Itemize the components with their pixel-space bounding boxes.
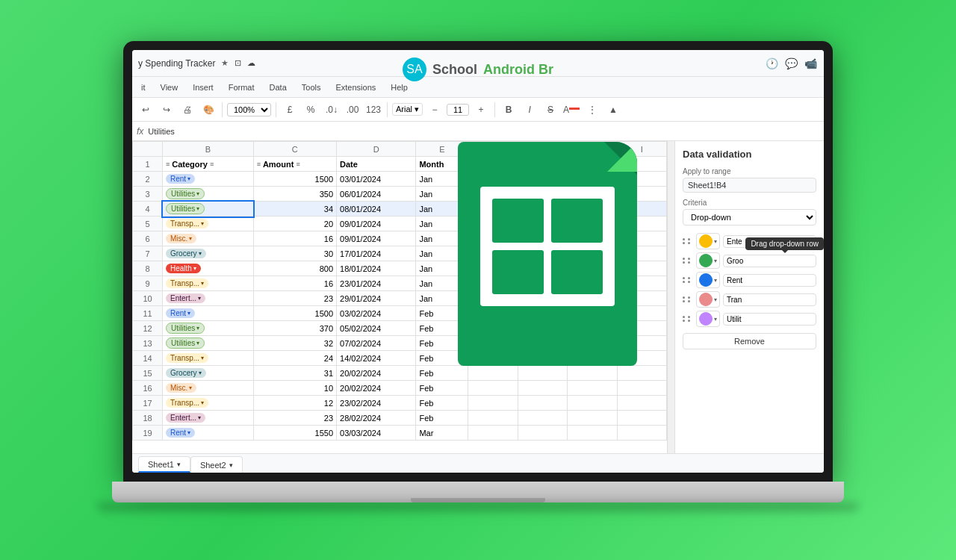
- cell-i-10[interactable]: [617, 291, 667, 306]
- cell-date-11[interactable]: 03/02/2024: [337, 306, 416, 321]
- table-row[interactable]: 14 Transp...▾ 24 14/02/2024 Feb: [133, 351, 667, 366]
- cell-month-5[interactable]: Jan: [416, 217, 468, 231]
- cell-amount-2[interactable]: 1500: [253, 172, 336, 187]
- cell-amount-15[interactable]: 31: [253, 366, 336, 381]
- cell-h-15[interactable]: [568, 366, 617, 381]
- criteria-select[interactable]: Drop-down: [683, 209, 816, 225]
- cell-g-2[interactable]: [518, 172, 567, 187]
- folder-icon[interactable]: ⊡: [235, 58, 241, 68]
- cell-date-5[interactable]: 09/01/2024: [337, 217, 416, 231]
- sheet-tab-1[interactable]: Sheet1 ▾: [138, 456, 190, 473]
- table-row[interactable]: 18 Entert...▾ 23 28/02/2024 Feb: [133, 411, 667, 426]
- cell-month-15[interactable]: Feb: [416, 366, 468, 381]
- cell-date-12[interactable]: 05/02/2024: [337, 321, 416, 336]
- print-btn[interactable]: 🖨: [179, 101, 196, 119]
- redo-btn[interactable]: ↪: [158, 101, 176, 119]
- table-row[interactable]: 7 Grocery▾ 30 17/01/2024 Jan: [133, 246, 667, 261]
- table-row[interactable]: 5 Transp...▾ 20 09/01/2024 Jan: [133, 217, 667, 231]
- cell-h-9[interactable]: [568, 276, 617, 291]
- cell-month-11[interactable]: Feb: [416, 306, 468, 321]
- cell-date-18[interactable]: 28/02/2024: [337, 411, 416, 426]
- cell-f-3[interactable]: [468, 187, 518, 202]
- cell-month-12[interactable]: Feb: [416, 321, 468, 336]
- cell-date-10[interactable]: 29/01/2024: [337, 291, 416, 306]
- cell-i-14[interactable]: [617, 351, 667, 366]
- cell-g-14[interactable]: [518, 351, 567, 366]
- cell-g-7[interactable]: [518, 246, 567, 261]
- cell-amount-16[interactable]: 10: [253, 381, 336, 396]
- cell-amount-5[interactable]: 20: [253, 217, 336, 231]
- cell-g-19[interactable]: [518, 426, 567, 441]
- cell-category-17[interactable]: Transp...▾: [163, 396, 254, 411]
- cell-date-15[interactable]: 20/02/2024: [337, 366, 416, 381]
- color-dropdown-1[interactable]: ▾: [696, 252, 720, 269]
- val-text-3[interactable]: Tran: [723, 293, 816, 306]
- decimal-dec-btn[interactable]: .0↓: [323, 101, 341, 119]
- scrollbar[interactable]: [667, 141, 674, 453]
- menu-view[interactable]: View: [158, 81, 181, 93]
- cell-date-3[interactable]: 06/01/2024: [337, 187, 416, 202]
- table-row[interactable]: 2 Rent▾ 1500 03/01/2024 Jan: [133, 172, 667, 187]
- cell-g-16[interactable]: [518, 381, 567, 396]
- table-row[interactable]: 12 Utilities▾ 370 05/02/2024 Feb: [133, 321, 667, 336]
- undo-btn[interactable]: ↩: [137, 101, 155, 119]
- cell-h-12[interactable]: [568, 321, 617, 336]
- cell-category-12[interactable]: Utilities▾: [163, 321, 254, 336]
- cell-amount-14[interactable]: 24: [253, 351, 336, 366]
- menu-help[interactable]: Help: [388, 81, 411, 93]
- comment-icon[interactable]: 💬: [783, 56, 798, 71]
- cell-category-9[interactable]: Transp...▾: [163, 276, 254, 291]
- cell-month-3[interactable]: Jan: [416, 187, 468, 202]
- star-icon[interactable]: ★: [221, 58, 229, 68]
- font-size-dec[interactable]: −: [426, 101, 444, 119]
- cell-h-18[interactable]: [568, 411, 617, 426]
- cell-category-6[interactable]: Misc.▾: [163, 231, 254, 246]
- cell-g-6[interactable]: [518, 231, 567, 246]
- cell-category-5[interactable]: Transp...▾: [163, 217, 254, 231]
- cell-g-5[interactable]: [518, 217, 567, 231]
- cell-h-5[interactable]: [568, 217, 617, 231]
- cell-date-6[interactable]: 09/01/2024: [337, 231, 416, 246]
- cell-h-19[interactable]: [568, 426, 617, 441]
- cell-month-17[interactable]: Feb: [416, 396, 468, 411]
- cell-month-9[interactable]: Jan: [416, 276, 468, 291]
- cell-h-17[interactable]: [568, 396, 617, 411]
- cell-i-16[interactable]: [617, 381, 667, 396]
- cell-f-18[interactable]: [468, 411, 518, 426]
- cell-g-11[interactable]: [518, 306, 567, 321]
- sheet2-dropdown[interactable]: ▾: [229, 461, 233, 469]
- val-text-1[interactable]: Groo: [723, 255, 816, 267]
- cell-h-3[interactable]: [568, 187, 617, 202]
- cell-f-5[interactable]: [468, 217, 518, 231]
- table-row[interactable]: 8 Health▾ 800 18/01/2024 Jan: [133, 261, 667, 276]
- cell-amount-8[interactable]: 800: [253, 261, 336, 276]
- color-dropdown-4[interactable]: ▾: [696, 311, 720, 327]
- apply-value[interactable]: Sheet1!B4: [683, 178, 816, 193]
- cell-i-11[interactable]: [617, 306, 667, 321]
- menu-tools[interactable]: Tools: [299, 81, 324, 93]
- cell-amount-9[interactable]: 16: [253, 276, 336, 291]
- cell-month-19[interactable]: Mar: [416, 426, 468, 441]
- cell-h-16[interactable]: [568, 381, 617, 396]
- cell-category-8[interactable]: Health▾: [163, 261, 254, 276]
- cell-category-14[interactable]: Transp...▾: [163, 351, 254, 366]
- cell-month-7[interactable]: Jan: [416, 246, 468, 261]
- bold-btn[interactable]: B: [500, 101, 518, 119]
- cell-category-7[interactable]: Grocery▾: [163, 246, 254, 261]
- cell-amount-6[interactable]: 16: [253, 231, 336, 246]
- cell-g-12[interactable]: [518, 321, 567, 336]
- cell-f-10[interactable]: [468, 291, 518, 306]
- cell-month-10[interactable]: Jan: [416, 291, 468, 306]
- text-color-btn[interactable]: A: [562, 101, 580, 119]
- cell-i-8[interactable]: [617, 261, 667, 276]
- menu-format[interactable]: Format: [226, 81, 258, 93]
- menu-extensions[interactable]: Extensions: [332, 81, 379, 93]
- decimal-inc-btn[interactable]: .00: [344, 101, 361, 119]
- sheet1-dropdown[interactable]: ▾: [177, 461, 181, 468]
- cell-i-17[interactable]: [617, 396, 667, 411]
- cell-date-9[interactable]: 23/01/2024: [337, 276, 416, 291]
- cell-amount-7[interactable]: 30: [253, 246, 336, 261]
- cell-g-13[interactable]: [518, 336, 567, 351]
- cell-category-16[interactable]: Misc.▾: [163, 381, 254, 396]
- zoom-select[interactable]: 100%: [227, 103, 271, 116]
